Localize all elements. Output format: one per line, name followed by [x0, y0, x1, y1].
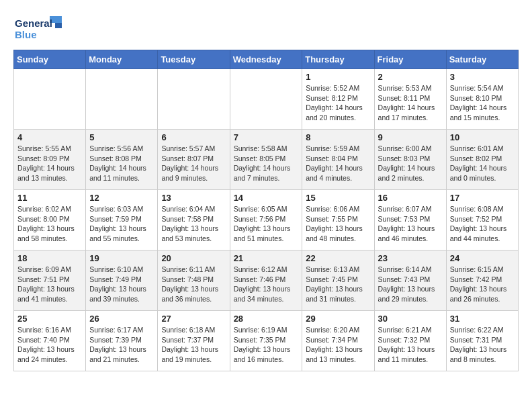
- calendar-cell: 6Sunrise: 5:57 AM Sunset: 8:07 PM Daylig…: [158, 130, 230, 190]
- svg-text:Blue: Blue: [15, 29, 37, 40]
- day-number: 1: [306, 72, 370, 82]
- calendar-cell: 15Sunrise: 6:06 AM Sunset: 7:55 PM Dayli…: [302, 190, 374, 250]
- day-number: 8: [306, 132, 370, 142]
- calendar-cell: 17Sunrise: 6:08 AM Sunset: 7:52 PM Dayli…: [446, 190, 518, 250]
- calendar-cell: 5Sunrise: 5:56 AM Sunset: 8:08 PM Daylig…: [86, 130, 158, 190]
- calendar-cell: 11Sunrise: 6:02 AM Sunset: 8:00 PM Dayli…: [14, 190, 86, 250]
- calendar-header: SundayMondayTuesdayWednesdayThursdayFrid…: [14, 50, 519, 69]
- general-blue-logo: General Blue: [13, 13, 67, 43]
- day-number: 12: [89, 193, 154, 203]
- calendar-week-3: 11Sunrise: 6:02 AM Sunset: 8:00 PM Dayli…: [14, 190, 519, 250]
- day-info: Sunrise: 6:16 AM Sunset: 7:40 PM Dayligh…: [17, 325, 82, 365]
- day-info: Sunrise: 6:19 AM Sunset: 7:35 PM Dayligh…: [234, 325, 299, 365]
- day-info: Sunrise: 6:12 AM Sunset: 7:46 PM Dayligh…: [234, 265, 299, 304]
- header-row: SundayMondayTuesdayWednesdayThursdayFrid…: [14, 50, 519, 69]
- calendar-cell: 28Sunrise: 6:19 AM Sunset: 7:35 PM Dayli…: [230, 311, 302, 371]
- day-info: Sunrise: 6:15 AM Sunset: 7:42 PM Dayligh…: [450, 265, 515, 304]
- day-number: 23: [378, 253, 443, 263]
- calendar-week-5: 25Sunrise: 6:16 AM Sunset: 7:40 PM Dayli…: [14, 311, 519, 371]
- calendar-week-2: 4Sunrise: 5:55 AM Sunset: 8:09 PM Daylig…: [14, 130, 519, 190]
- header-day-wednesday: Wednesday: [230, 50, 302, 69]
- header-day-sunday: Sunday: [14, 50, 86, 69]
- header-day-tuesday: Tuesday: [158, 50, 230, 69]
- calendar-cell: 25Sunrise: 6:16 AM Sunset: 7:40 PM Dayli…: [14, 311, 86, 371]
- day-info: Sunrise: 6:04 AM Sunset: 7:58 PM Dayligh…: [161, 204, 226, 244]
- calendar-cell: [86, 69, 158, 130]
- day-info: Sunrise: 5:59 AM Sunset: 8:04 PM Dayligh…: [306, 144, 370, 183]
- header-day-monday: Monday: [86, 50, 158, 69]
- day-info: Sunrise: 6:11 AM Sunset: 7:48 PM Dayligh…: [161, 265, 226, 304]
- calendar-cell: [158, 69, 230, 130]
- day-info: Sunrise: 6:22 AM Sunset: 7:31 PM Dayligh…: [450, 325, 515, 365]
- day-info: Sunrise: 5:57 AM Sunset: 8:07 PM Dayligh…: [161, 144, 226, 183]
- day-number: 28: [234, 314, 299, 324]
- day-info: Sunrise: 6:17 AM Sunset: 7:39 PM Dayligh…: [89, 325, 154, 365]
- calendar-table: SundayMondayTuesdayWednesdayThursdayFrid…: [13, 50, 519, 371]
- day-info: Sunrise: 6:08 AM Sunset: 7:52 PM Dayligh…: [450, 204, 515, 244]
- calendar-week-4: 18Sunrise: 6:09 AM Sunset: 7:51 PM Dayli…: [14, 250, 519, 311]
- day-info: Sunrise: 6:14 AM Sunset: 7:43 PM Dayligh…: [378, 265, 443, 304]
- day-number: 20: [161, 253, 226, 263]
- day-number: 11: [17, 193, 82, 203]
- day-number: 7: [234, 132, 299, 142]
- page-header: General Blue: [13, 13, 519, 43]
- day-info: Sunrise: 6:09 AM Sunset: 7:51 PM Dayligh…: [17, 265, 82, 304]
- calendar-cell: 26Sunrise: 6:17 AM Sunset: 7:39 PM Dayli…: [86, 311, 158, 371]
- day-number: 30: [378, 314, 443, 324]
- day-info: Sunrise: 5:53 AM Sunset: 8:11 PM Dayligh…: [378, 83, 443, 123]
- day-info: Sunrise: 6:05 AM Sunset: 7:56 PM Dayligh…: [234, 204, 299, 244]
- calendar-cell: 27Sunrise: 6:18 AM Sunset: 7:37 PM Dayli…: [158, 311, 230, 371]
- day-info: Sunrise: 5:58 AM Sunset: 8:05 PM Dayligh…: [234, 144, 299, 183]
- day-number: 29: [306, 314, 370, 324]
- day-number: 24: [450, 253, 515, 263]
- day-number: 5: [89, 132, 154, 142]
- day-number: 22: [306, 253, 370, 263]
- day-number: 15: [306, 193, 370, 203]
- day-number: 19: [89, 253, 154, 263]
- calendar-cell: 9Sunrise: 6:00 AM Sunset: 8:03 PM Daylig…: [374, 130, 446, 190]
- day-info: Sunrise: 6:18 AM Sunset: 7:37 PM Dayligh…: [161, 325, 226, 365]
- calendar-cell: 23Sunrise: 6:14 AM Sunset: 7:43 PM Dayli…: [374, 250, 446, 311]
- calendar-cell: [14, 69, 86, 130]
- calendar-cell: 2Sunrise: 5:53 AM Sunset: 8:11 PM Daylig…: [374, 69, 446, 130]
- calendar-cell: 31Sunrise: 6:22 AM Sunset: 7:31 PM Dayli…: [446, 311, 518, 371]
- day-number: 31: [450, 314, 515, 324]
- calendar-week-1: 1Sunrise: 5:52 AM Sunset: 8:12 PM Daylig…: [14, 69, 519, 130]
- day-number: 4: [17, 132, 82, 142]
- header-day-saturday: Saturday: [446, 50, 518, 69]
- day-number: 10: [450, 132, 515, 142]
- day-number: 27: [161, 314, 226, 324]
- calendar-cell: 1Sunrise: 5:52 AM Sunset: 8:12 PM Daylig…: [302, 69, 374, 130]
- calendar-cell: 19Sunrise: 6:10 AM Sunset: 7:49 PM Dayli…: [86, 250, 158, 311]
- calendar-cell: 10Sunrise: 6:01 AM Sunset: 8:02 PM Dayli…: [446, 130, 518, 190]
- calendar-cell: 13Sunrise: 6:04 AM Sunset: 7:58 PM Dayli…: [158, 190, 230, 250]
- day-number: 16: [378, 193, 443, 203]
- day-info: Sunrise: 5:55 AM Sunset: 8:09 PM Dayligh…: [17, 144, 82, 183]
- calendar-cell: 7Sunrise: 5:58 AM Sunset: 8:05 PM Daylig…: [230, 130, 302, 190]
- day-info: Sunrise: 5:56 AM Sunset: 8:08 PM Dayligh…: [89, 144, 154, 183]
- day-number: 18: [17, 253, 82, 263]
- calendar-cell: 29Sunrise: 6:20 AM Sunset: 7:34 PM Dayli…: [302, 311, 374, 371]
- day-info: Sunrise: 6:06 AM Sunset: 7:55 PM Dayligh…: [306, 204, 370, 244]
- day-info: Sunrise: 5:54 AM Sunset: 8:10 PM Dayligh…: [450, 83, 515, 123]
- calendar-cell: 16Sunrise: 6:07 AM Sunset: 7:53 PM Dayli…: [374, 190, 446, 250]
- day-number: 9: [378, 132, 443, 142]
- day-number: 26: [89, 314, 154, 324]
- calendar-cell: 24Sunrise: 6:15 AM Sunset: 7:42 PM Dayli…: [446, 250, 518, 311]
- day-info: Sunrise: 6:21 AM Sunset: 7:32 PM Dayligh…: [378, 325, 443, 365]
- day-number: 14: [234, 193, 299, 203]
- calendar-cell: 22Sunrise: 6:13 AM Sunset: 7:45 PM Dayli…: [302, 250, 374, 311]
- day-number: 17: [450, 193, 515, 203]
- day-info: Sunrise: 6:13 AM Sunset: 7:45 PM Dayligh…: [306, 265, 370, 304]
- day-info: Sunrise: 6:02 AM Sunset: 8:00 PM Dayligh…: [17, 204, 82, 244]
- header-day-thursday: Thursday: [302, 50, 374, 69]
- day-number: 2: [378, 72, 443, 82]
- day-info: Sunrise: 6:07 AM Sunset: 7:53 PM Dayligh…: [378, 204, 443, 244]
- calendar-cell: 21Sunrise: 6:12 AM Sunset: 7:46 PM Dayli…: [230, 250, 302, 311]
- day-number: 21: [234, 253, 299, 263]
- day-info: Sunrise: 6:03 AM Sunset: 7:59 PM Dayligh…: [89, 204, 154, 244]
- day-number: 25: [17, 314, 82, 324]
- day-info: Sunrise: 6:10 AM Sunset: 7:49 PM Dayligh…: [89, 265, 154, 304]
- calendar-cell: 20Sunrise: 6:11 AM Sunset: 7:48 PM Dayli…: [158, 250, 230, 311]
- calendar-cell: 30Sunrise: 6:21 AM Sunset: 7:32 PM Dayli…: [374, 311, 446, 371]
